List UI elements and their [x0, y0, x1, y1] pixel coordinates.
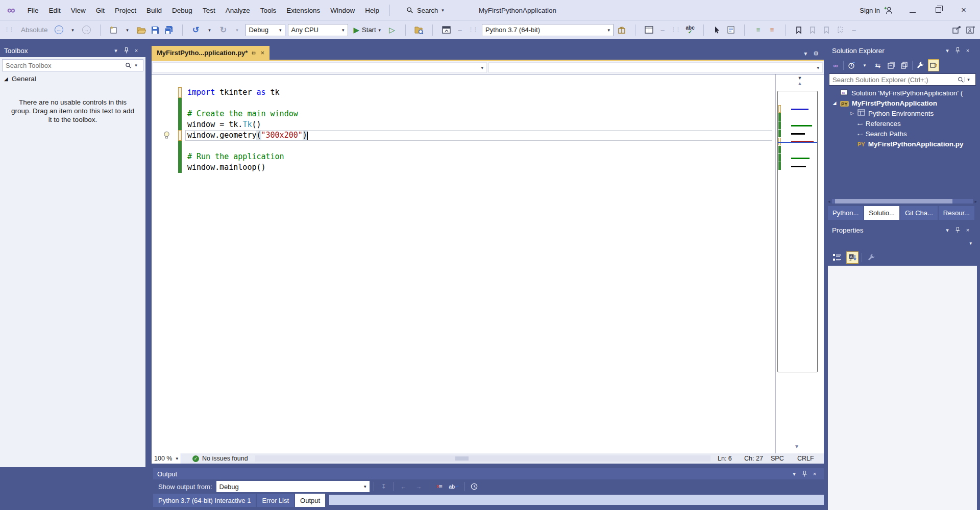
- menu-window[interactable]: Window: [325, 5, 360, 16]
- decrease-indent-button[interactable]: ≡: [752, 23, 764, 37]
- toolbox-search-input[interactable]: [6, 62, 125, 69]
- code-line[interactable]: [152, 76, 775, 87]
- property-pages-wrench-icon[interactable]: [865, 251, 877, 264]
- show-all-files-icon[interactable]: [899, 59, 910, 71]
- find-message-icon[interactable]: ↧: [378, 481, 389, 492]
- code-line[interactable]: import tkinter as tk: [152, 87, 775, 98]
- solution-explorer-search-input[interactable]: [832, 76, 958, 84]
- pin-icon[interactable]: [799, 469, 810, 478]
- restore-button[interactable]: [932, 6, 944, 14]
- manage-packages-button[interactable]: [616, 23, 627, 37]
- close-icon[interactable]: ×: [963, 46, 973, 55]
- line-indicator[interactable]: Ln: 6: [718, 455, 744, 462]
- object-selector-combobox[interactable]: ▾: [828, 237, 977, 249]
- save-all-button[interactable]: [163, 23, 175, 37]
- tree-item-references[interactable]: ▪–▫References: [828, 118, 977, 129]
- scroll-left-arrow[interactable]: ◂: [828, 199, 830, 204]
- code-line[interactable]: [152, 141, 775, 151]
- pin-icon[interactable]: [252, 49, 256, 56]
- close-icon[interactable]: ×: [131, 46, 141, 55]
- search-control[interactable]: Search ▾: [402, 5, 448, 16]
- menu-build[interactable]: Build: [141, 5, 167, 16]
- editor-settings-gear-icon[interactable]: ⚙: [813, 50, 819, 57]
- toolbar-overflow-button[interactable]: –: [657, 23, 668, 37]
- horizontal-scrollbar[interactable]: [255, 455, 710, 462]
- toolbox-header[interactable]: Toolbox ▾ ×: [0, 44, 145, 57]
- toolbar-drag-grip[interactable]: ⋮⋮: [468, 27, 477, 33]
- undo-button[interactable]: ↺: [190, 23, 202, 37]
- new-project-chevron[interactable]: ▾: [122, 23, 133, 37]
- categorized-view-icon[interactable]: [831, 251, 843, 264]
- pin-icon[interactable]: [121, 46, 131, 55]
- indentation-indicator[interactable]: SPC: [771, 455, 797, 462]
- properties-wrench-icon[interactable]: [915, 59, 926, 71]
- scroll-down-arrow[interactable]: ▼: [776, 444, 818, 449]
- close-icon[interactable]: ×: [963, 225, 973, 235]
- search-options-chevron[interactable]: ▾: [132, 63, 140, 68]
- output-header[interactable]: Output ▾ ×: [153, 468, 824, 479]
- menu-debug[interactable]: Debug: [167, 5, 198, 16]
- menu-view[interactable]: View: [66, 5, 91, 16]
- menu-help[interactable]: Help: [360, 5, 384, 16]
- filter-chevron-icon[interactable]: ▾: [859, 59, 870, 71]
- menu-analyze[interactable]: Analyze: [220, 5, 255, 16]
- ide-window-button[interactable]: [440, 23, 452, 37]
- tab-python-3-7-64-bit-interactive-1[interactable]: Python 3.7 (64-bit) Interactive 1: [153, 494, 256, 507]
- navigate-back-chevron[interactable]: ▾: [67, 23, 79, 37]
- open-file-button[interactable]: [136, 23, 147, 37]
- send-feedback-button[interactable]: [965, 23, 976, 37]
- pin-icon[interactable]: [952, 225, 963, 235]
- menu-git[interactable]: Git: [91, 5, 110, 16]
- timestamp-clock-icon[interactable]: [469, 481, 480, 492]
- code-line[interactable]: window = tk.Tk(): [152, 119, 775, 130]
- toolbox-search[interactable]: ▾: [2, 59, 143, 71]
- spell-check-button[interactable]: abc✓: [684, 23, 696, 37]
- code-area[interactable]: import tkinter as tk# Create the main wi…: [152, 76, 775, 173]
- bookmark-folder-button[interactable]: [835, 23, 846, 37]
- zoom-combobox[interactable]: 100 % ▾: [152, 453, 181, 464]
- redo-chevron[interactable]: ▾: [232, 23, 243, 37]
- menu-tools[interactable]: Tools: [255, 5, 282, 16]
- line-ending-indicator[interactable]: CRLF: [797, 455, 824, 462]
- close-icon[interactable]: ×: [260, 49, 264, 57]
- window-position-chevron-icon[interactable]: ▾: [789, 469, 799, 478]
- tree-item-python-environments[interactable]: ▷Python Environments: [828, 108, 977, 118]
- expanded-arrow-icon[interactable]: ◢: [832, 100, 837, 106]
- menu-file[interactable]: File: [22, 5, 44, 16]
- tree-item-myfirstpythonapplication[interactable]: ◢PYMyFirstPythonApplication: [828, 98, 977, 108]
- redo-button[interactable]: ↻: [218, 23, 229, 37]
- alphabetical-sort-icon[interactable]: AZ: [846, 251, 859, 264]
- previous-bookmark-button[interactable]: [807, 23, 818, 37]
- collapse-all-icon[interactable]: [886, 59, 897, 71]
- output-content-area[interactable]: [329, 495, 824, 505]
- python-environment-combobox[interactable]: Python 3.7 (64-bit)▾: [482, 24, 614, 36]
- menu-extensions[interactable]: Extensions: [281, 5, 325, 16]
- sync-namespaces-icon[interactable]: ⇆: [872, 59, 884, 71]
- scroll-up-arrow[interactable]: ▲: [776, 81, 824, 86]
- tree-item-solution-myfirstpythonapplicat[interactable]: ∞Solution 'MyFirstPythonApplication' (: [828, 88, 977, 98]
- menu-edit[interactable]: Edit: [43, 5, 65, 16]
- editor-scrollbar-column[interactable]: ▼ ▲ ▼: [775, 74, 824, 453]
- share-button[interactable]: [951, 23, 962, 37]
- project-dropdown[interactable]: ▾: [153, 62, 487, 73]
- toggle-bookmark-button[interactable]: [793, 23, 804, 37]
- tree-item-search-paths[interactable]: ▪–▫Search Paths: [828, 129, 977, 139]
- tab-python-[interactable]: Python...: [828, 206, 863, 220]
- switch-views-icon[interactable]: ∞: [830, 59, 841, 71]
- split-window-handle[interactable]: ▼: [776, 74, 824, 81]
- tab-solutio-[interactable]: Solutio...: [864, 206, 899, 220]
- toolbar-overflow-button[interactable]: –: [454, 23, 465, 37]
- toolbar-overflow-button[interactable]: –: [848, 23, 860, 37]
- increase-indent-button[interactable]: ≡: [766, 23, 777, 37]
- output-source-combobox[interactable]: Debug▾: [216, 481, 370, 492]
- undo-chevron[interactable]: ▾: [204, 23, 215, 37]
- code-line[interactable]: [152, 98, 775, 109]
- insert-snippet-button[interactable]: [725, 23, 737, 37]
- scroll-right-arrow[interactable]: ▸: [974, 199, 977, 204]
- tree-item-myfirstpythonapplication-py[interactable]: PYMyFirstPythonApplication.py: [828, 139, 977, 149]
- sync-with-active-document-icon[interactable]: [928, 59, 939, 71]
- pin-icon[interactable]: [952, 46, 963, 55]
- solution-platform-combobox[interactable]: Any CPU▾: [288, 24, 348, 36]
- sign-in-button[interactable]: Sign in: [860, 6, 893, 14]
- solution-configuration-combobox[interactable]: Debug▾: [246, 24, 285, 36]
